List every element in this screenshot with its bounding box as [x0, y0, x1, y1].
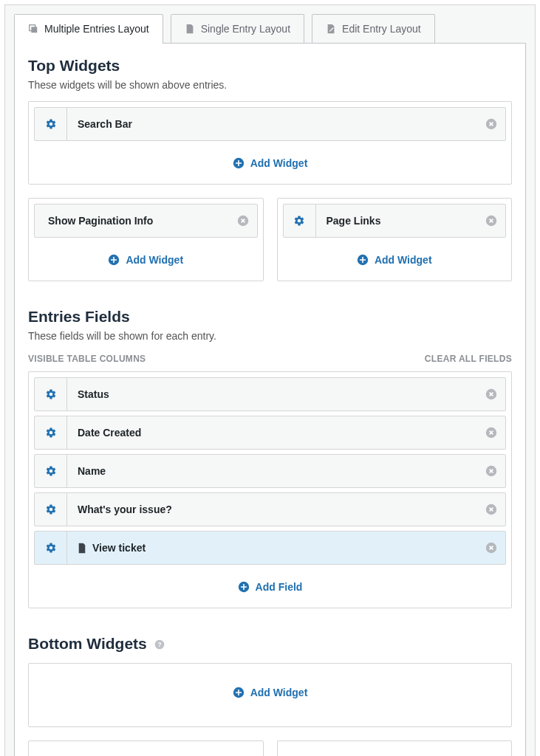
- gear-icon[interactable]: [35, 416, 67, 449]
- top-widgets-left-card: Show Pagination Info Add Widget: [28, 198, 264, 281]
- widget-show-pagination-info[interactable]: Show Pagination Info: [34, 204, 258, 238]
- gear-icon[interactable]: [35, 108, 67, 140]
- top-widgets-right-card: Page Links Add Widget: [277, 198, 513, 281]
- widget-page-links[interactable]: Page Links: [283, 204, 507, 238]
- plus-circle-icon: [357, 254, 369, 266]
- gear-icon[interactable]: [35, 378, 67, 410]
- bottom-widgets-section: Bottom Widgets ? Add Widget: [28, 635, 512, 756]
- add-widget-button[interactable]: Add Widget: [283, 242, 507, 270]
- top-widgets-card: Search Bar Add Widget: [28, 101, 512, 185]
- remove-icon[interactable]: [477, 388, 505, 400]
- add-widget-button[interactable]: Add Widget: [34, 242, 258, 270]
- field-label: Name: [67, 465, 477, 477]
- stack-icon: [28, 24, 38, 34]
- tab-single-entry[interactable]: Single Entry Layout: [171, 14, 304, 44]
- remove-icon[interactable]: [477, 427, 505, 439]
- bottom-widgets-left-card: Add Widget: [28, 740, 264, 756]
- add-field-button[interactable]: Add Field: [34, 569, 506, 597]
- field-label-text: Status: [78, 388, 109, 400]
- field-row[interactable]: Status: [34, 377, 506, 411]
- gear-icon[interactable]: [35, 455, 67, 487]
- visible-columns-label: Visible Table Columns: [28, 354, 146, 364]
- svg-rect-1: [31, 27, 37, 32]
- entries-fields-section: Entries Fields These fields will be show…: [28, 308, 512, 608]
- field-row[interactable]: What's your issue?: [34, 492, 506, 526]
- field-label-text: Name: [78, 465, 106, 477]
- field-row[interactable]: View ticket: [34, 531, 506, 565]
- layout-panel: Top Widgets These widgets will be shown …: [14, 43, 526, 756]
- plus-circle-icon: [233, 687, 245, 698]
- top-widgets-subtitle: These widgets will be shown above entrie…: [28, 79, 512, 91]
- field-label: What's your issue?: [67, 504, 477, 515]
- bottom-widgets-title-text: Bottom Widgets: [28, 635, 147, 652]
- gear-icon[interactable]: [35, 532, 67, 564]
- remove-icon[interactable]: [477, 118, 505, 130]
- layout-builder-frame: Multiple Entries Layout Single Entry Lay…: [4, 4, 536, 756]
- bottom-widgets-two-col: Add Widget Add Widget: [28, 740, 512, 756]
- field-label: Status: [67, 388, 477, 400]
- page-icon: [185, 24, 195, 34]
- widget-label: Search Bar: [67, 118, 477, 130]
- field-label: Date Created: [67, 427, 477, 439]
- field-label-text: What's your issue?: [78, 504, 172, 515]
- add-widget-label: Add Widget: [375, 254, 432, 266]
- plus-circle-icon: [108, 254, 120, 266]
- widget-label: Show Pagination Info: [35, 215, 229, 227]
- add-widget-button[interactable]: Add Widget: [283, 746, 507, 756]
- plus-circle-icon: [238, 581, 250, 593]
- tab-edit-entry[interactable]: Edit Entry Layout: [312, 14, 435, 44]
- svg-text:?: ?: [157, 641, 161, 648]
- entries-fields-title: Entries Fields: [28, 308, 512, 326]
- help-icon[interactable]: ?: [154, 639, 165, 650]
- add-widget-label: Add Widget: [250, 157, 308, 169]
- remove-icon[interactable]: [477, 215, 505, 227]
- add-widget-label: Add Widget: [250, 687, 308, 698]
- clear-all-fields-button[interactable]: Clear all fields: [425, 354, 512, 364]
- field-label-text: Date Created: [78, 427, 141, 439]
- remove-icon[interactable]: [477, 542, 505, 554]
- gear-icon[interactable]: [284, 205, 316, 237]
- add-widget-button[interactable]: Add Widget: [34, 746, 258, 756]
- tab-label: Edit Entry Layout: [342, 23, 421, 35]
- add-widget-label: Add Widget: [126, 254, 183, 266]
- field-label-text: View ticket: [92, 542, 146, 554]
- bottom-widgets-right-card: Add Widget: [277, 740, 513, 756]
- tab-bar: Multiple Entries Layout Single Entry Lay…: [5, 5, 535, 44]
- add-widget-button[interactable]: Add Widget: [34, 145, 506, 173]
- edit-page-icon: [326, 24, 336, 34]
- tab-label: Multiple Entries Layout: [44, 23, 149, 35]
- bottom-widgets-title: Bottom Widgets ?: [28, 635, 512, 653]
- document-icon: [78, 543, 86, 554]
- add-field-label: Add Field: [256, 581, 303, 593]
- field-row[interactable]: Date Created: [34, 416, 506, 450]
- top-widgets-two-col: Show Pagination Info Add Widget: [28, 198, 512, 281]
- tab-label: Single Entry Layout: [201, 23, 290, 35]
- field-row[interactable]: Name: [34, 454, 506, 488]
- remove-icon[interactable]: [477, 504, 505, 515]
- remove-icon[interactable]: [477, 465, 505, 477]
- remove-icon[interactable]: [229, 215, 257, 227]
- tab-multiple-entries[interactable]: Multiple Entries Layout: [14, 14, 163, 44]
- add-widget-button[interactable]: Add Widget: [34, 669, 506, 716]
- widget-label: Page Links: [316, 215, 478, 227]
- top-widgets-title: Top Widgets: [28, 57, 512, 75]
- plus-circle-icon: [233, 157, 245, 169]
- bottom-widgets-card: Add Widget: [28, 663, 512, 727]
- entries-fields-card: StatusDate CreatedNameWhat's your issue?…: [28, 371, 512, 608]
- field-label: View ticket: [67, 542, 477, 554]
- gear-icon[interactable]: [35, 493, 67, 526]
- entries-fields-subtitle: These fields will be shown for each entr…: [28, 330, 512, 342]
- widget-search-bar[interactable]: Search Bar: [34, 107, 506, 141]
